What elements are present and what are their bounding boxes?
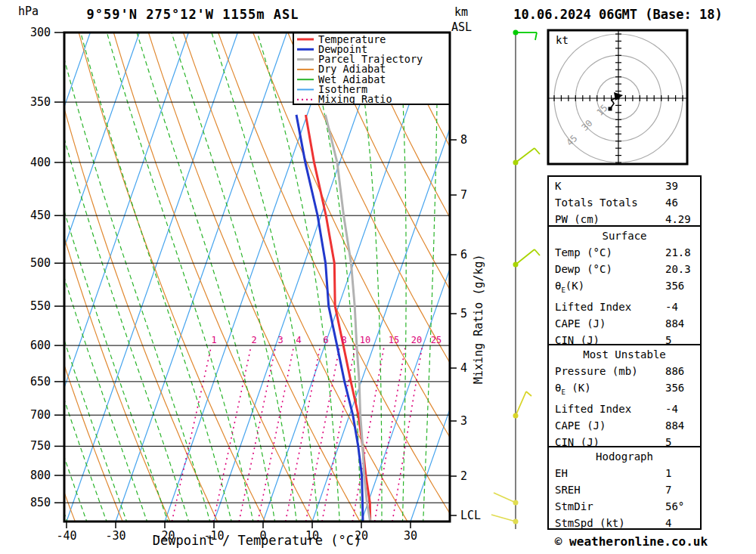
indices-row-value: 356 <box>665 277 684 294</box>
indices-row-value: -4 <box>665 401 678 417</box>
km-tick-label: 5 <box>460 307 467 320</box>
pressure-tick-label: 600 <box>30 339 51 352</box>
hodograph-unit-label: kt <box>556 34 569 46</box>
wet-adiabat-line <box>0 32 10 524</box>
mixing-ratio-axis-label: Mixing Ratio (g/kg) <box>472 255 487 384</box>
indices-row-value: -4 <box>665 299 678 315</box>
indices-box: K39Totals Totals46PW (cm)4.29 <box>547 175 702 227</box>
wind-barb-segment <box>491 515 516 522</box>
pressure-tick-label: 500 <box>30 256 51 270</box>
indices-row: StmDir56° <box>549 498 700 515</box>
copyright-notice: © weatheronline.co.uk <box>529 534 733 549</box>
wind-barb <box>491 515 519 525</box>
indices-row-value: 46 <box>665 194 678 211</box>
pressure-tick-label: 400 <box>30 156 51 169</box>
isotherm-line <box>263 32 435 522</box>
wind-barb <box>494 493 519 506</box>
datetime-title: 10.06.2024 06GMT (Base: 18) <box>488 7 748 22</box>
indices-row: PW (cm)4.29 <box>549 211 700 227</box>
wind-barb-segment <box>516 392 526 416</box>
indices-row-value: 356 <box>665 379 684 396</box>
indices-panel: K39Totals Totals46PW (cm)4.29SurfaceTemp… <box>547 175 702 530</box>
dewpoint-line <box>296 115 363 522</box>
indices-row-value: 39 <box>665 178 678 194</box>
mixing-ratio-line <box>322 345 355 522</box>
indices-row-label: Totals Totals <box>555 197 638 209</box>
wind-barb-segment <box>516 148 534 162</box>
wind-barb-segment <box>516 249 534 265</box>
dry-adiabat-line <box>184 32 409 524</box>
wind-barb <box>513 249 541 268</box>
wind-barb-segment <box>534 249 540 255</box>
indices-row: CIN (J)5 <box>549 332 700 348</box>
mixing-ratio-line <box>306 345 340 522</box>
mixing-ratio-value-label: 3 <box>277 335 283 345</box>
indices-row-label: Lifted Index <box>555 301 631 313</box>
km-tick-label: 7 <box>460 188 467 202</box>
indices-box-header: Hodograph <box>549 448 700 465</box>
pressure-tick-label: 350 <box>30 95 51 109</box>
dry-adiabat-line <box>0 32 29 524</box>
temperature-tick-label: -40 <box>56 529 76 543</box>
indices-row: θE (K)356 <box>549 379 700 401</box>
indices-row-label: K <box>555 180 561 192</box>
wind-barb <box>513 148 541 166</box>
altitude-axis-unit-asl: ASL <box>451 20 472 34</box>
indices-row: Dewp (°C)20.3 <box>549 261 700 277</box>
indices-row-label: CAPE (J) <box>555 419 606 432</box>
mixing-ratio-value-label: 15 <box>389 335 399 345</box>
indices-row-label: StmSpd (kt) <box>555 517 625 529</box>
mixing-ratio-value-label: 6 <box>323 335 328 345</box>
indices-row-label: PW (cm) <box>555 213 600 225</box>
indices-row-value: 884 <box>665 315 684 332</box>
wet-adiabat-line <box>57 32 211 524</box>
indices-row-value: 1 <box>665 465 671 481</box>
pressure-tick-label: 550 <box>30 299 51 313</box>
indices-row: θE(K)356 <box>549 277 700 299</box>
isotherm-line <box>0 32 139 522</box>
indices-box-header: Surface <box>549 227 700 244</box>
mixing-ratio-value-label: 25 <box>431 335 442 345</box>
indices-row-label: Lifted Index <box>555 403 631 415</box>
indices-row-label: CIN (J) <box>555 334 600 346</box>
hodograph: 153045kt <box>548 30 687 164</box>
mixing-ratio-value-label: 4 <box>296 335 301 345</box>
indices-row-label: EH <box>555 467 568 479</box>
indices-row: CIN (J)5 <box>549 434 700 450</box>
indices-row-value: 886 <box>665 363 684 379</box>
indices-row-label: Pressure (mb) <box>555 365 638 377</box>
indices-row-label: Dewp (°C) <box>555 263 612 275</box>
skewt-sounding-page: 3003504004505005506006507007508008501234… <box>0 0 756 554</box>
wet-adiabat-line <box>36 32 189 524</box>
mixing-ratio-value-label: 2 <box>251 335 256 345</box>
indices-row: Pressure (mb)886 <box>549 363 700 379</box>
indices-row-value: 5 <box>665 434 671 450</box>
km-tick-label: 2 <box>460 469 467 483</box>
indices-row: Lifted Index-4 <box>549 401 700 417</box>
pressure-tick-label: 700 <box>30 408 51 422</box>
indices-row-value: 56° <box>665 498 684 515</box>
pressure-tick-label: 850 <box>30 496 51 509</box>
pressure-tick-label: 450 <box>30 209 51 222</box>
pressure-axis-unit: hPa <box>18 5 39 18</box>
indices-row: CAPE (J)884 <box>549 315 700 332</box>
indices-row: EH1 <box>549 465 700 481</box>
mixing-ratio-line <box>258 345 294 522</box>
wind-barb-segment <box>534 148 540 154</box>
indices-row: Lifted Index-4 <box>549 299 700 315</box>
indices-row-label: θE(K) <box>555 280 584 292</box>
indices-row-value: 5 <box>665 332 671 348</box>
indices-box-surface: SurfaceTemp (°C)21.8Dewp (°C)20.3θE(K)35… <box>547 225 702 345</box>
wind-barb-segment <box>494 493 516 503</box>
wet-adiabat-line <box>137 32 275 524</box>
altitude-axis-unit-km: km <box>454 5 468 19</box>
isotherm-line <box>312 32 484 522</box>
mixing-ratio-line <box>392 345 423 522</box>
indices-box-hodograph: HodographEH1SREH7StmDir56°StmSpd (kt)4 <box>547 446 702 530</box>
indices-row-label: CAPE (J) <box>555 317 606 330</box>
indices-row-label: Temp (°C) <box>555 246 612 258</box>
indices-row-label: StmDir <box>555 500 593 512</box>
pressure-tick-label: 800 <box>30 469 51 482</box>
indices-row-value: 7 <box>665 481 671 498</box>
indices-row-label: CIN (J) <box>555 436 600 448</box>
